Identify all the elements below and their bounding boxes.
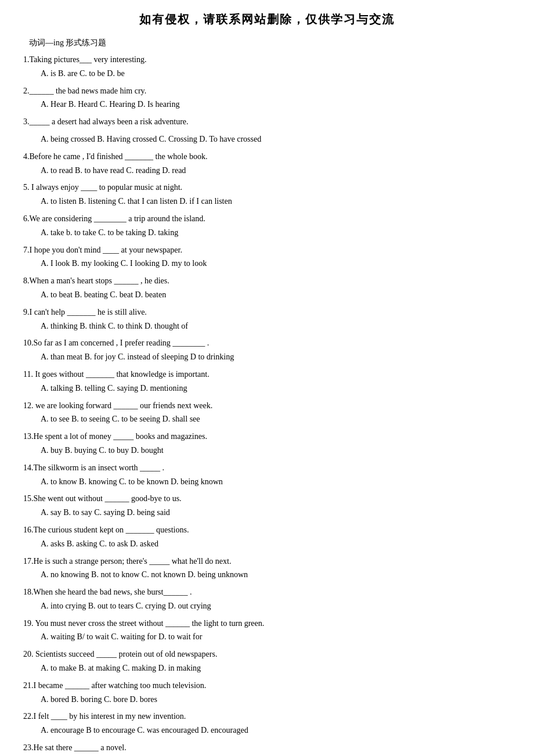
question-options: A. is B. are C. to be D. be — [23, 67, 511, 81]
question-block: 9.I can't help _______ he is still alive… — [23, 305, 511, 333]
question-options: A. being crossed B. Having crossed C. Cr… — [23, 132, 511, 146]
question-options: A. Hear B. Heard C. Hearing D. Is hearin… — [23, 98, 511, 111]
question-block: 14.The silkworm is an insect worth _____… — [23, 461, 511, 489]
question-stem: 5. I always enjoy ____ to popular music … — [23, 181, 511, 195]
question-block: 13.He spent a lot of money _____ books a… — [23, 430, 511, 458]
question-stem: 14.The silkworm is an insect worth _____… — [23, 461, 511, 475]
question-stem: 9.I can't help _______ he is still alive… — [23, 305, 511, 319]
question-options: A. I look B. my looking C. I looking D. … — [23, 257, 511, 271]
question-options: A. thinking B. think C. to think D. thou… — [23, 319, 511, 333]
question-options: A. asks B. asking C. to ask D. asked — [23, 537, 511, 551]
question-options: A. bored B. boring C. bore D. bores — [23, 693, 511, 707]
question-options: A. to make B. at making C. making D. in … — [23, 661, 511, 675]
question-block: 20. Scientists succeed _____ protein out… — [23, 647, 511, 675]
question-stem: 18.When she heard the bad news, she burs… — [23, 585, 511, 599]
question-stem: 4.Before he came , I'd finished _______ … — [23, 150, 511, 164]
question-block: 7.I hope you don't mind ____ at your new… — [23, 243, 511, 271]
question-options: A. take b. to take C. to be taking D. ta… — [23, 226, 511, 240]
question-stem: 8.When a man's heart stops ______ , he d… — [23, 274, 511, 288]
question-stem: 22.I felt ____ by his interest in my new… — [23, 710, 511, 723]
question-stem: 11. It goes without _______ that knowled… — [23, 368, 511, 381]
question-block: 3._____ a desert had always been a risk … — [23, 115, 511, 129]
question-stem: 10.So far as I am concerned , I prefer r… — [23, 336, 511, 350]
question-stem: 16.The curious student kept on _______ q… — [23, 523, 511, 537]
page-title: 如有侵权，请联系网站删除，仅供学习与交流 — [23, 12, 511, 27]
question-options: A. to read B. to have read C. reading D.… — [23, 164, 511, 178]
question-block: 23.He sat there ______ a novel.A. read B… — [23, 741, 511, 756]
question-options: A. buy B. buying C. to buy D. bought — [23, 444, 511, 458]
question-options: A. to know B. knowing C. to be known D. … — [23, 475, 511, 489]
question-options: A. than meat B. for joy C. instead of sl… — [23, 350, 511, 364]
section-title: 动词—ing 形式练习题 — [23, 38, 511, 48]
question-stem: 3._____ a desert had always been a risk … — [23, 115, 511, 129]
question-stem: 17.He is such a strange person; there's … — [23, 555, 511, 568]
question-stem: 23.He sat there ______ a novel. — [23, 741, 511, 755]
question-options: A. to listen B. listening C. that I can … — [23, 195, 511, 208]
question-block: 12. we are looking forward ______ our fr… — [23, 399, 511, 427]
question-stem: 1.Taking pictures___ very interesting. — [23, 53, 511, 67]
question-stem: 2.______ the bad news made him cry. — [23, 84, 511, 98]
question-options: A. talking B. telling C. saying D. menti… — [23, 381, 511, 395]
question-stem: 13.He spent a lot of money _____ books a… — [23, 430, 511, 444]
question-stem: 20. Scientists succeed _____ protein out… — [23, 647, 511, 661]
question-options: A. into crying B. out to tears C. crying… — [23, 599, 511, 613]
question-block: 6.We are considering ________ a trip aro… — [23, 212, 511, 240]
question-block: 11. It goes without _______ that knowled… — [23, 368, 511, 395]
question-block: 8.When a man's heart stops ______ , he d… — [23, 274, 511, 302]
question-options: A. encourage B to encourage C. was encou… — [23, 723, 511, 737]
question-block: 2.______ the bad news made him cry.A. He… — [23, 84, 511, 112]
question-stem: 7.I hope you don't mind ____ at your new… — [23, 243, 511, 257]
question-stem: 12. we are looking forward ______ our fr… — [23, 399, 511, 413]
question-block: 10.So far as I am concerned , I prefer r… — [23, 336, 511, 364]
question-block: 4.Before he came , I'd finished _______ … — [23, 150, 511, 178]
question-block: 22.I felt ____ by his interest in my new… — [23, 710, 511, 737]
question-options: A. to beat B. beating C. beat D. beaten — [23, 288, 511, 302]
question-block: 15.She went out without ______ good-bye … — [23, 492, 511, 520]
question-block: A. being crossed B. Having crossed C. Cr… — [23, 132, 511, 146]
question-block: 19. You must never cross the street with… — [23, 617, 511, 645]
question-block: 1.Taking pictures___ very interesting.A.… — [23, 53, 511, 81]
question-options: A. no knowing B. not to know C. not know… — [23, 568, 511, 582]
question-block: 17.He is such a strange person; there's … — [23, 555, 511, 582]
question-options: A. to see B. to seeing C. to be seeing D… — [23, 412, 511, 426]
question-options: A. waiting B/ to wait C. waiting for D. … — [23, 630, 511, 644]
question-block: 5. I always enjoy ____ to popular music … — [23, 181, 511, 208]
question-block: 18.When she heard the bad news, she burs… — [23, 585, 511, 613]
question-block: 16.The curious student kept on _______ q… — [23, 523, 511, 551]
question-stem: 19. You must never cross the street with… — [23, 617, 511, 631]
question-stem: 6.We are considering ________ a trip aro… — [23, 212, 511, 226]
question-block: 21.I became ______ after watching too mu… — [23, 679, 511, 707]
question-stem: 21.I became ______ after watching too mu… — [23, 679, 511, 693]
question-options: A. say B. to say C. saying D. being said — [23, 506, 511, 520]
question-stem: 15.She went out without ______ good-bye … — [23, 492, 511, 506]
